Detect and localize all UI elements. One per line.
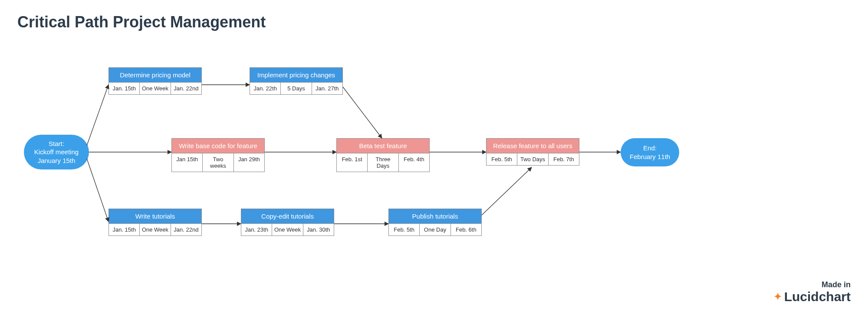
task-end: Feb. 4th [399,153,429,172]
task-base-code: Write base code for feature Jan 15th Two… [171,138,265,172]
task-copy-edit-tutorials: Copy-edit tutorials Jan. 23th One Week J… [241,209,334,236]
page-title: Critical Path Project Management [17,13,266,31]
task-duration: One Week [140,224,171,236]
task-start: Feb. 1st [337,153,368,172]
brand-name: Lucidchart [784,289,851,304]
task-duration: 5 Days [281,83,312,94]
end-node: End: February 11th [621,138,679,166]
start-line3: January 15th [38,157,76,164]
task-write-tutorials: Write tutorials Jan. 15th One Week Jan. … [108,209,202,236]
task-end: Jan 29th [234,153,264,172]
task-label: Release feature to all users [487,139,579,153]
lucidchart-logo-icon: ✦ [774,292,782,302]
task-pricing-model: Determine pricing model Jan. 15th One We… [108,67,202,95]
task-publish-tutorials: Publish tutorials Feb. 5th One Day Feb. … [388,209,482,236]
edge-pricing-changes-beta-test [343,87,382,138]
task-duration: Two weeks [203,153,233,172]
task-start: Jan. 15th [109,224,140,236]
task-start: Jan. 15th [109,83,140,94]
task-end: Feb. 7th [549,153,579,165]
edge-start-pricing-model [87,85,108,146]
task-duration: One Week [140,83,171,94]
task-label: Write base code for feature [172,139,264,153]
task-start: Feb. 5th [389,224,420,236]
edge-start-write-tutorials [87,159,108,222]
task-label: Write tutorials [109,209,201,224]
task-label: Beta test feature [337,139,429,153]
task-label: Copy-edit tutorials [241,209,334,224]
end-line2: February 11th [630,153,670,160]
task-duration: Three Days [368,153,398,172]
task-end: Jan. 22nd [171,224,201,236]
task-label: Implement pricing changes [250,68,342,83]
end-line1: End: [643,144,657,152]
task-duration: One Day [420,224,450,236]
start-line1: Start: [49,140,64,147]
start-line2: Kickoff meeting [34,148,79,156]
arrows-layer [0,0,868,312]
task-end: Jan. 22nd [171,83,201,94]
task-label: Publish tutorials [389,209,481,224]
task-end: Feb. 6th [451,224,481,236]
task-pricing-changes: Implement pricing changes Jan. 22th 5 Da… [250,67,343,95]
task-beta-test: Beta test feature Feb. 1st Three Days Fe… [336,138,430,172]
task-end: Jan. 27th [312,83,342,94]
task-duration: Two Days [517,153,548,165]
task-start: Jan 15th [172,153,203,172]
task-start: Feb. 5th [487,153,517,165]
start-node: Start: Kickoff meeting January 15th [24,135,89,169]
made-in-label: Made in [774,280,851,289]
task-end: Jan. 30th [303,224,334,236]
task-start: Jan. 22th [250,83,281,94]
task-label: Determine pricing model [109,68,201,83]
task-start: Jan. 23th [241,224,272,236]
attribution: Made in ✦ Lucidchart [774,280,851,304]
task-duration: One Week [272,224,303,236]
edge-publish-release [482,167,532,215]
task-release: Release feature to all users Feb. 5th Tw… [486,138,579,166]
diagram-canvas: Critical Path Project Management Start: … [0,0,868,312]
